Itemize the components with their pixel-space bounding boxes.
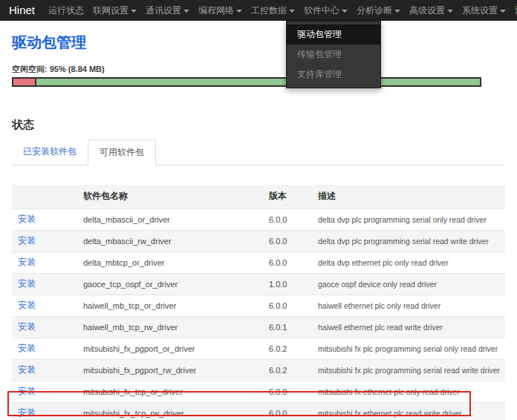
table-row-highlighted: 安装 mitsubishi_fx_tcp_rw_driver 6.0.0 mit… xyxy=(12,402,505,420)
page-title: 驱动包管理 xyxy=(12,33,517,53)
package-name-cell: gaoce_tcp_ospf_or_driver xyxy=(77,273,263,295)
package-version-cell: 6.0.0 xyxy=(263,230,312,252)
package-name-cell: haiwell_mb_tcp_or_driver xyxy=(77,295,263,316)
install-cell: 安装 xyxy=(12,252,77,273)
package-description-cell: mitsubishi fx plc programming serial rea… xyxy=(312,359,505,381)
nav-item-1[interactable]: 运行状态 xyxy=(44,0,88,21)
table-row: 安装 haiwell_mb_tcp_rw_driver 6.0.1 haiwel… xyxy=(12,316,505,338)
nav-menu: 运行状态 联网设置 通讯设置 编程网络 工控数据 软件中心 分析诊断 高级设置 … xyxy=(44,0,517,21)
install-link[interactable]: 安装 xyxy=(18,343,36,353)
install-link[interactable]: 安装 xyxy=(18,278,36,289)
caret-down-icon xyxy=(183,10,189,13)
nav-item-8[interactable]: 高级设置 xyxy=(405,0,458,21)
package-version-cell: 6.0.0 xyxy=(263,402,312,420)
package-name-cell: mitsubishi_fx_tcp_or_driver xyxy=(77,381,263,402)
install-cell: 安装 xyxy=(12,359,77,381)
install-link[interactable]: 安装 xyxy=(18,214,36,224)
table-header-cell: 版本 xyxy=(263,185,312,209)
caret-down-icon xyxy=(500,10,506,13)
package-name-cell: mitsubishi_fx_pgport_rw_driver xyxy=(77,359,263,381)
install-cell: 安装 xyxy=(12,230,77,252)
install-link[interactable]: 安装 xyxy=(18,386,36,396)
table-row: 安装 delta_mbtcp_or_driver 6.0.0 delta dvp… xyxy=(12,252,505,273)
table-row: 安装 haiwell_mb_tcp_or_driver 6.0.0 haiwel… xyxy=(12,295,505,316)
package-version-cell: 6.0.1 xyxy=(263,316,312,338)
dropdown-item-1[interactable]: 驱动包管理 xyxy=(287,24,380,45)
table-row: 安装 delta_mbascii_rw_driver 6.0.0 delta d… xyxy=(12,230,505,252)
nav-item-4[interactable]: 编程网络 xyxy=(194,0,247,21)
table-header-cell xyxy=(12,185,77,209)
progressbar-used-segment xyxy=(13,79,36,85)
table-row: 安装 mitsubishi_fx_pgport_or_driver 6.0.2 … xyxy=(12,338,505,359)
top-navbar: Hinet 运行状态 联网设置 通讯设置 编程网络 工控数据 软件中心 分析诊断… xyxy=(0,0,517,21)
nav-item-3[interactable]: 通讯设置 xyxy=(141,0,194,21)
brand-logo[interactable]: Hinet xyxy=(0,0,44,21)
package-name-cell: mitsubishi_fx_pgport_or_driver xyxy=(77,338,263,359)
caret-down-icon xyxy=(289,10,295,13)
table-header-cell: 软件包名称 xyxy=(77,185,263,209)
caret-down-icon xyxy=(342,10,348,13)
install-cell: 安装 xyxy=(12,402,77,420)
package-version-cell: 6.0.2 xyxy=(263,359,312,381)
package-version-cell: 6.0.0 xyxy=(263,209,312,230)
install-link[interactable]: 安装 xyxy=(18,407,36,418)
nav-item-10[interactable]: 退出 xyxy=(510,0,517,21)
package-description-cell: mitsubishi fx ethernet plc read write dr… xyxy=(312,402,505,420)
install-cell: 安装 xyxy=(12,338,77,359)
nav-item-2[interactable]: 联网设置 xyxy=(88,0,141,21)
package-description-cell: haiwell ethernet plc read write driver xyxy=(312,316,505,338)
package-version-cell: 6.0.0 xyxy=(263,252,312,273)
package-name-cell: haiwell_mb_tcp_rw_driver xyxy=(77,316,263,338)
table-row: 安装 gaoce_tcp_ospf_or_driver 1.0.0 gaoce … xyxy=(12,273,505,295)
package-name-cell: mitsubishi_fx_tcp_rw_driver xyxy=(77,402,263,420)
install-link[interactable]: 安装 xyxy=(18,257,36,267)
package-name-cell: delta_mbascii_rw_driver xyxy=(77,230,263,252)
free-space-label: 空闲空间: 95% (8.84 MB) xyxy=(12,64,517,75)
nav-item-5[interactable]: 工控数据 xyxy=(247,0,299,21)
install-link[interactable]: 安装 xyxy=(18,300,36,310)
package-description-cell: haiwell ethernet plc only read driver xyxy=(312,295,505,316)
caret-down-icon xyxy=(394,10,400,13)
nav-item-6[interactable]: 软件中心 xyxy=(299,0,352,21)
dropdown-item-2[interactable]: 传输包管理 xyxy=(287,45,380,65)
package-name-cell: delta_mbascii_or_driver xyxy=(77,209,263,230)
table-header-row: 软件包名称版本描述 xyxy=(12,185,505,209)
package-tabs: 已安装软件包 可用软件包 xyxy=(12,140,505,165)
free-space-progressbar xyxy=(12,77,481,87)
install-cell: 安装 xyxy=(12,295,77,316)
install-cell: 安装 xyxy=(12,381,77,402)
caret-down-icon xyxy=(236,10,242,13)
install-link[interactable]: 安装 xyxy=(18,321,36,332)
package-version-cell: 6.0.0 xyxy=(263,381,312,402)
nav-item-7[interactable]: 分析诊断 xyxy=(352,0,405,21)
caret-down-icon xyxy=(447,10,453,13)
caret-down-icon xyxy=(131,10,137,13)
install-link[interactable]: 安装 xyxy=(18,364,36,375)
package-description-cell: delta dvp plc programming serial read wr… xyxy=(312,230,505,252)
table-row: 安装 delta_mbascii_or_driver 6.0.0 delta d… xyxy=(12,209,505,230)
nav-item-9[interactable]: 系统设置 xyxy=(458,0,510,21)
status-heading: 状态 xyxy=(12,118,517,132)
package-description-cell: delta dvp plc programming serial only re… xyxy=(312,209,505,230)
package-version-cell: 6.0.0 xyxy=(263,295,312,316)
dropdown-item-3[interactable]: 支持库管理 xyxy=(287,65,380,85)
table-header-cell: 描述 xyxy=(312,185,505,209)
install-cell: 安装 xyxy=(12,316,77,338)
install-cell: 安装 xyxy=(12,209,77,230)
table-row: 安装 mitsubishi_fx_tcp_or_driver 6.0.0 mit… xyxy=(12,381,505,402)
software-center-dropdown: 驱动包管理 传输包管理 支持库管理 xyxy=(286,21,381,88)
package-description-cell: delta dvp ethernet plc only read driver xyxy=(312,252,505,273)
package-description-cell: mitsubishi fx plc programming serial onl… xyxy=(312,338,505,359)
tab-1[interactable]: 已安装软件包 xyxy=(12,140,88,165)
package-version-cell: 1.0.0 xyxy=(263,273,312,295)
install-cell: 安装 xyxy=(12,273,77,295)
package-version-cell: 6.0.2 xyxy=(263,338,312,359)
package-table: 软件包名称版本描述 安装 delta_mbascii_or_driver 6.0… xyxy=(12,185,505,420)
table-row: 安装 mitsubishi_fx_pgport_rw_driver 6.0.2 … xyxy=(12,359,505,381)
tab-2[interactable]: 可用软件包 xyxy=(88,140,156,165)
package-name-cell: delta_mbtcp_or_driver xyxy=(77,252,263,273)
package-description-cell: gaoce ospf device only read driver xyxy=(312,273,505,295)
progressbar-free-segment xyxy=(36,79,480,85)
package-description-cell: mitsubishi fx ethernet plc only read dri… xyxy=(312,381,505,402)
install-link[interactable]: 安装 xyxy=(18,235,36,246)
